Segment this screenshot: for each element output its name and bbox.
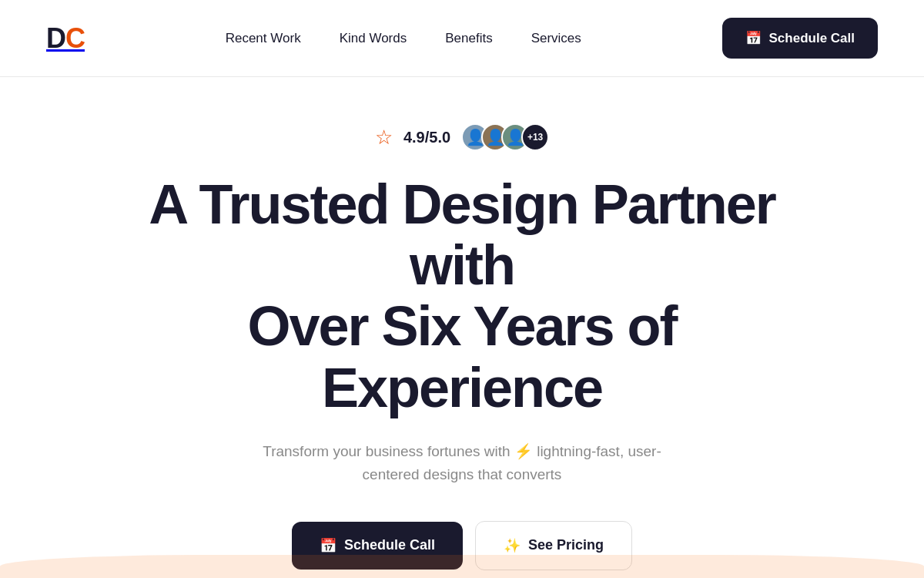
logo-letter-c: C [65,22,85,55]
calendar-icon-primary: 📅 [320,537,336,554]
hero-title: A Trusted Design Partner with Over Six Y… [116,174,808,418]
logo[interactable]: DC [46,22,85,55]
hero-subtitle: Transform your business fortunes with ⚡ … [239,440,685,487]
avatar-group: 👤 👤 👤 +13 [461,123,549,151]
nav-kind-words[interactable]: Kind Words [340,31,407,45]
nav-schedule-call-button[interactable]: 📅 Schedule Call [722,18,878,59]
rating-score: 4.9/5.0 [403,129,450,146]
avatar-count-badge: +13 [521,123,549,151]
nav-recent-work[interactable]: Recent Work [226,31,301,45]
nav-services[interactable]: Services [531,31,581,45]
rating-row: ☆ 4.9/5.0 👤 👤 👤 +13 [375,123,549,151]
nav-cta-label: Schedule Call [769,31,855,46]
schedule-call-label: Schedule Call [344,537,435,553]
star-icon: ☆ [375,126,393,150]
logo-letter-d: D [46,22,65,55]
nav-links: Recent Work Kind Words Benefits Services [226,31,581,46]
hero-section: ☆ 4.9/5.0 👤 👤 👤 +13 A Trusted Design Par… [0,77,924,578]
sparkle-icon: ✨ [504,537,521,554]
bottom-strip-decoration [0,555,924,578]
calendar-icon: 📅 [745,30,762,46]
navbar: DC Recent Work Kind Words Benefits Servi… [0,0,924,77]
see-pricing-label: See Pricing [528,537,604,553]
nav-benefits[interactable]: Benefits [445,31,492,45]
